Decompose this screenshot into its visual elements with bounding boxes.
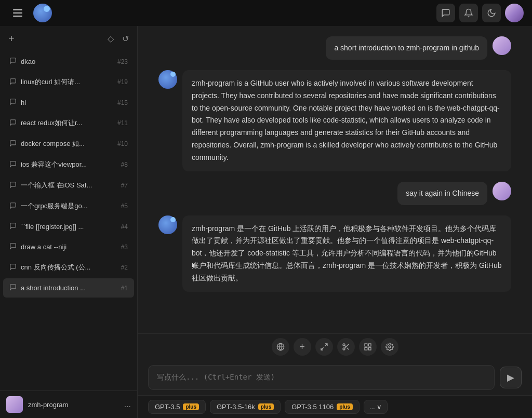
more-models-button[interactable]: ... ∨ <box>364 400 388 414</box>
more-models-label: ... ∨ <box>369 403 382 411</box>
moon-icon-button[interactable] <box>482 4 501 22</box>
topbar <box>0 0 532 26</box>
svg-line-3 <box>321 347 324 350</box>
chat-list-item[interactable]: hi #15 <box>3 93 134 112</box>
chat-item-icon <box>9 284 17 292</box>
svg-line-7 <box>347 348 349 350</box>
svg-point-4 <box>343 344 345 346</box>
chat-list-item[interactable]: dkao #23 <box>3 52 134 71</box>
chat-item-num: #11 <box>117 119 128 127</box>
hamburger-line <box>13 9 22 10</box>
main-layout: + ◇ ↺ dkao #23 linux的curl 如何请... #19 hi … <box>0 26 532 418</box>
chat-item-title: dkao <box>21 58 113 65</box>
chat-item-title: linux的curl 如何请... <box>21 77 113 87</box>
sidebar-toolbar-right: ◇ ↺ <box>105 32 131 46</box>
plus-badge: plus <box>183 403 199 410</box>
bot-message-bubble: zmh-program 是一个在 GitHub 上活跃的用户，他积极参与各种软件… <box>182 215 511 292</box>
chat-list-item[interactable]: docker compose 如... #10 <box>3 134 134 154</box>
chat-item-num: #4 <box>121 223 128 231</box>
input-row: ▶ <box>138 360 532 395</box>
chat-item-title: cnn 反向传播公式 (公... <box>21 263 117 272</box>
model-button[interactable]: GPT-3.5plus <box>148 400 206 414</box>
chat-list-item[interactable]: linux的curl 如何请... #19 <box>3 72 134 92</box>
svg-line-2 <box>325 344 327 346</box>
chat-item-icon <box>9 181 17 190</box>
globe-tool-button[interactable] <box>272 338 289 356</box>
settings-icon <box>385 343 394 351</box>
moon-icon <box>487 8 496 18</box>
chat-item-title: react redux如何让r... <box>21 118 113 128</box>
user-avatar <box>505 4 524 22</box>
user-name-label: zmh-program <box>28 401 119 409</box>
messages-list: a short introduction to zmh-program in g… <box>138 26 532 333</box>
chat-list-item[interactable]: cnn 反向传播公式 (公... #2 <box>3 258 134 277</box>
sidebar-toolbar: + ◇ ↺ <box>0 26 137 51</box>
topbar-right <box>436 4 524 22</box>
chat-item-num: #10 <box>117 140 128 147</box>
chat-list-item[interactable]: ``file [[register.jpg]] ... #4 <box>3 217 134 236</box>
chat-item-title: ios 兼容这个viewpor... <box>21 160 117 169</box>
settings-tool-button[interactable] <box>381 338 398 356</box>
hamburger-line <box>13 16 22 17</box>
chat-item-icon <box>9 78 17 87</box>
chat-item-icon <box>9 263 17 272</box>
svg-point-5 <box>343 348 345 350</box>
chat-area: a short introduction to zmh-program in g… <box>138 26 532 418</box>
scissors-icon <box>342 343 350 351</box>
message-input[interactable] <box>148 365 495 390</box>
user-message: say it again in Chinese <box>158 182 511 205</box>
chat-list-item[interactable]: ios 兼容这个viewpor... #8 <box>3 155 134 174</box>
chat-item-title: 一个输入框 在iOS Saf... <box>21 181 117 190</box>
grid-tool-button[interactable] <box>359 338 377 356</box>
sidebar: + ◇ ↺ dkao #23 linux的curl 如何请... #19 hi … <box>0 26 138 418</box>
svg-rect-10 <box>368 344 371 346</box>
chat-list-item[interactable]: a short introduction ... #1 <box>3 278 134 298</box>
globe-icon <box>276 343 285 351</box>
chat-item-icon <box>9 222 17 231</box>
chat-item-icon <box>9 140 17 149</box>
hamburger-button[interactable] <box>8 4 27 22</box>
chat-item-num: #8 <box>121 161 128 168</box>
chat-list-item[interactable]: draw a cat --niji #3 <box>3 237 134 257</box>
chat-list: dkao #23 linux的curl 如何请... #19 hi #15 re… <box>0 51 137 390</box>
chat-icon-button[interactable] <box>436 4 455 22</box>
model-name: GPT-3.5-16k <box>217 403 255 411</box>
refresh-button[interactable]: ↺ <box>120 32 131 46</box>
user-avatar-msg <box>493 182 511 200</box>
plus-icon: + <box>299 342 305 353</box>
user-message: a short introduction to zmh-program in g… <box>158 36 511 60</box>
new-chat-button[interactable]: + <box>6 31 17 46</box>
filter-button[interactable]: ◇ <box>105 32 116 46</box>
chat-item-icon <box>9 160 17 169</box>
model-name: GPT-3.5 <box>155 403 180 411</box>
chat-list-item[interactable]: react redux如何让r... #11 <box>3 113 134 133</box>
chat-toolbar: + <box>138 333 532 360</box>
chat-item-title: draw a cat --niji <box>21 243 117 251</box>
logo-icon <box>33 4 52 22</box>
cut-tool-button[interactable] <box>337 338 355 356</box>
expand-tool-button[interactable] <box>315 338 333 356</box>
message-icon <box>441 8 450 18</box>
chat-item-num: #15 <box>117 99 128 106</box>
chat-list-item[interactable]: 一个grpc服务端是go... #5 <box>3 196 134 216</box>
chat-item-title: 一个grpc服务端是go... <box>21 201 117 211</box>
chat-item-title: docker compose 如... <box>21 139 113 149</box>
chat-item-num: #19 <box>117 78 128 86</box>
chat-list-item[interactable]: 一个输入框 在iOS Saf... #7 <box>3 176 134 195</box>
model-button[interactable]: GPT-3.5-16kplus <box>210 400 281 414</box>
expand-icon <box>320 343 328 351</box>
sidebar-toolbar-left: + <box>6 31 17 46</box>
chat-item-num: #3 <box>121 244 128 251</box>
chat-item-num: #7 <box>121 182 128 189</box>
user-avatar-button[interactable] <box>505 4 524 22</box>
chat-item-num: #5 <box>121 203 128 210</box>
bell-icon-button[interactable] <box>459 4 478 22</box>
user-more-button[interactable]: ... <box>124 400 131 409</box>
user-bar: zmh-program ... <box>0 390 137 418</box>
send-button[interactable]: ▶ <box>500 367 522 388</box>
chat-item-title: a short introduction ... <box>21 284 117 292</box>
bot-message: zmh-program 是一个在 GitHub 上活跃的用户，他积极参与各种软件… <box>158 215 511 292</box>
topbar-left <box>8 4 52 22</box>
plus-tool-button[interactable]: + <box>294 338 311 356</box>
model-button[interactable]: GPT-3.5 1106plus <box>285 400 360 414</box>
